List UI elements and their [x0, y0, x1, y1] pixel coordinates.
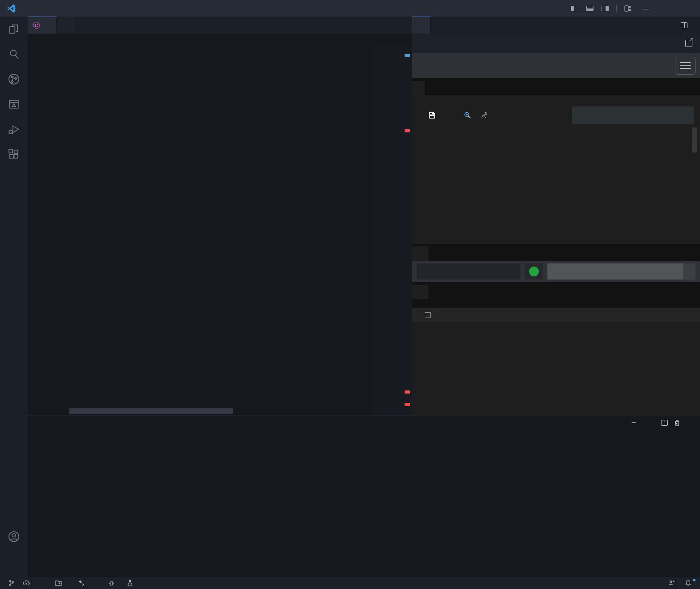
- ruler-cursor-marker: [405, 54, 410, 57]
- source-control-icon[interactable]: [0, 67, 28, 92]
- close-window-button[interactable]: [678, 0, 696, 17]
- compiler-pane-header: [412, 244, 700, 261]
- compile-ok-icon: [529, 267, 539, 276]
- notifications-bell-icon[interactable]: [682, 580, 695, 586]
- options-dropdown-icon[interactable]: [683, 263, 696, 280]
- code-editor[interactable]: [28, 46, 412, 415]
- compiler-options-input[interactable]: [547, 263, 696, 280]
- minimize-button[interactable]: —: [636, 0, 655, 17]
- compiler-explorer-header: [412, 53, 700, 78]
- ruler-error-marker: [405, 403, 410, 406]
- run-and-debug-icon[interactable]: [0, 117, 28, 142]
- ruler-error-marker: [405, 390, 410, 394]
- editor-tab-bar: C: [28, 17, 412, 34]
- wrap-lines-checkbox[interactable]: [425, 311, 433, 318]
- hamburger-menu-icon[interactable]: [675, 57, 696, 75]
- debug-item[interactable]: [105, 580, 118, 586]
- divider: [616, 5, 617, 12]
- kill-terminal-icon[interactable]: [674, 420, 680, 426]
- terminal-content[interactable]: [28, 430, 700, 434]
- customize-layout-icon[interactable]: [621, 3, 635, 14]
- simple-browser-panel: [412, 17, 700, 415]
- explorer-icon[interactable]: [0, 17, 28, 42]
- compiler-output[interactable]: [412, 322, 700, 325]
- tab-readme-md[interactable]: [57, 17, 74, 34]
- compiler-selector-row: [412, 261, 700, 282]
- account-icon[interactable]: [0, 524, 28, 549]
- toggle-secondary-sidebar-icon[interactable]: [598, 3, 612, 14]
- search-icon[interactable]: [0, 42, 28, 67]
- source-pane-header: [412, 78, 700, 95]
- cmake-panel-icon[interactable]: [0, 92, 28, 117]
- extensions-icon[interactable]: [0, 142, 28, 167]
- notification-dot: [693, 579, 696, 581]
- horizontal-scrollbar[interactable]: [69, 408, 233, 414]
- git-branch-icon: [9, 580, 14, 586]
- language-select[interactable]: [572, 106, 694, 124]
- godbolt-source-editor[interactable]: [412, 126, 700, 244]
- output-pane-tab[interactable]: [412, 285, 428, 299]
- publish-icon: [23, 580, 30, 586]
- vscode-logo-icon: [6, 4, 16, 13]
- back-icon[interactable]: [417, 37, 430, 50]
- tab-json-hpp[interactable]: C: [28, 17, 57, 34]
- source-pane-tab[interactable]: [412, 81, 425, 95]
- breadcrumb[interactable]: [28, 34, 412, 46]
- status-bar: [0, 577, 700, 589]
- open-external-icon[interactable]: [682, 37, 696, 50]
- forward-icon[interactable]: [432, 37, 445, 50]
- reload-icon[interactable]: [447, 37, 461, 50]
- ctest-item[interactable]: [124, 580, 138, 586]
- tools-icon: [79, 580, 85, 586]
- git-branch-item[interactable]: [5, 580, 20, 586]
- compiler-pane-tab[interactable]: [412, 246, 428, 261]
- compile-status: [525, 263, 543, 280]
- zoom-icon[interactable]: [463, 111, 471, 119]
- tab-simple-browser[interactable]: [412, 17, 431, 34]
- folder-icon: [55, 580, 62, 586]
- flask-icon: [127, 580, 133, 586]
- output-pane-header: [412, 282, 700, 307]
- sync-item[interactable]: [20, 580, 33, 586]
- terminal-kind-icon: [632, 422, 636, 423]
- bug-icon: [108, 580, 115, 586]
- activity-bar: [0, 17, 28, 577]
- source-toolbar: [412, 105, 700, 126]
- browser-tab-bar: [412, 17, 700, 34]
- split-editor-icon[interactable]: [681, 22, 687, 28]
- godbolt-minimap: [666, 127, 687, 159]
- title-bar: —: [0, 0, 700, 17]
- editor-more-actions-icon[interactable]: [405, 17, 412, 34]
- maximize-button[interactable]: [657, 0, 676, 17]
- settings-gear-icon[interactable]: [0, 549, 28, 574]
- kit-item[interactable]: [76, 580, 90, 586]
- overview-ruler: [403, 46, 412, 415]
- feedback-icon[interactable]: [665, 580, 678, 586]
- cpp-file-icon: C: [33, 22, 40, 29]
- godbolt-scrollbar[interactable]: [692, 127, 697, 153]
- compiler-select[interactable]: [417, 263, 521, 280]
- output-toolbar: [412, 307, 700, 322]
- split-terminal-icon[interactable]: [661, 420, 668, 426]
- editor-group: C: [28, 17, 412, 415]
- toggle-panel-icon[interactable]: [583, 3, 597, 14]
- cmake-folder-item[interactable]: [52, 580, 67, 586]
- panel-tab-bar: [28, 415, 700, 430]
- ruler-error-marker: [405, 129, 410, 132]
- browser-nav-bar: [412, 34, 700, 53]
- mascot-icon[interactable]: [480, 111, 488, 119]
- toggle-sidebar-icon[interactable]: [568, 3, 581, 14]
- minimap[interactable]: [371, 46, 403, 415]
- save-icon[interactable]: [428, 112, 435, 119]
- bottom-panel: [28, 415, 700, 577]
